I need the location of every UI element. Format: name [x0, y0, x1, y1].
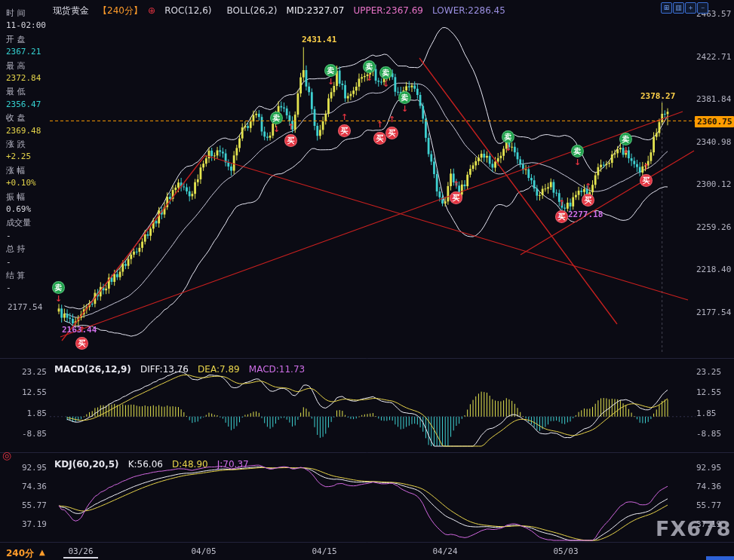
price-axis-label: 2340.98: [696, 137, 731, 147]
buy-signal-marker[interactable]: 买: [450, 191, 462, 204]
refresh-icon[interactable]: ⊕: [148, 5, 155, 16]
sidebar-field-value: +2.25: [6, 151, 31, 161]
price-axis-label: 2177.54: [696, 308, 731, 317]
scrollbar-thumb[interactable]: [706, 556, 734, 560]
sell-signal-marker[interactable]: 卖: [619, 133, 632, 145]
timeframe-label[interactable]: 240分: [6, 547, 34, 560]
sell-signal-marker[interactable]: 卖: [398, 91, 411, 104]
sell-signal-marker[interactable]: 卖: [52, 281, 65, 294]
date-axis-label: 04/05: [187, 546, 220, 556]
price-axis-label: 2381.84: [696, 94, 731, 104]
sell-signal-marker[interactable]: 卖: [379, 66, 392, 79]
signal-arrow-icon: ↓: [622, 145, 629, 155]
locate-icon[interactable]: ◎: [2, 449, 11, 461]
macd-axis-label: 12.55: [696, 387, 721, 397]
signal-arrow-icon: ↑: [287, 122, 294, 132]
signal-arrow-icon: ↓: [327, 77, 334, 87]
sell-signal-marker[interactable]: 卖: [571, 145, 584, 158]
last-price-tag: 2360.75: [695, 116, 734, 127]
price-axis-label: 2300.12: [696, 179, 731, 189]
buy-signal-marker[interactable]: 买: [555, 210, 568, 223]
buy-signal-marker[interactable]: 买: [373, 132, 386, 145]
roc-indicator-label[interactable]: ROC(12,6): [164, 5, 211, 16]
kdj-axis-label: 37.19: [14, 519, 47, 529]
buy-signal-marker[interactable]: 买: [640, 174, 653, 187]
sell-signal-marker[interactable]: 卖: [270, 112, 283, 124]
sidebar-field-value: +0.10%: [6, 178, 36, 188]
sell-signal-marker[interactable]: 卖: [324, 64, 337, 77]
buy-signal-marker[interactable]: 买: [284, 134, 297, 147]
signal-arrow-icon: ↓: [55, 294, 62, 304]
kdj-axis-label: 92.95: [14, 463, 47, 473]
sell-signal-marker[interactable]: 卖: [502, 130, 514, 143]
buy-signal-marker[interactable]: 买: [75, 337, 88, 350]
sidebar-field-label: 总 持: [6, 243, 26, 255]
signal-arrow-icon: ↑: [341, 112, 348, 122]
macd-axis-label: 1.85: [14, 409, 47, 418]
zoom-out-icon[interactable]: －: [697, 2, 708, 14]
macd-axis-label: -8.85: [14, 429, 47, 439]
price-axis-min-label: 2177.54: [8, 302, 42, 312]
grid-layout-icon[interactable]: ⊞: [661, 2, 672, 14]
candle-style-icon[interactable]: ▥: [673, 2, 684, 14]
sidebar-field-label: 成交量: [6, 217, 31, 228]
macd-title[interactable]: MACD(26,12,9): [54, 364, 131, 375]
zoom-in-icon[interactable]: ＋: [685, 2, 696, 14]
sidebar-field-value: 2367.21: [6, 47, 41, 57]
price-annotation: 2431.41: [302, 35, 336, 44]
sidebar-field-label: 涨 跌: [6, 139, 26, 150]
price-annotation: 2378.27: [640, 91, 675, 101]
price-annotation: 2277.18: [568, 210, 603, 219]
price-annotation: 2163.44: [62, 325, 97, 335]
sidebar-field-value: 2369.48: [6, 126, 41, 136]
sidebar-field-label: 最 低: [6, 86, 26, 97]
timeframe-arrow-icon[interactable]: ▲: [39, 548, 45, 556]
kdj-axis-label: 55.77: [696, 500, 721, 510]
macd-header: MACD(26,12,9) DIFF:13.76 DEA:7.89 MACD:1…: [54, 361, 310, 375]
kdj-d-value: D:48.90: [172, 459, 208, 470]
sidebar-field-value: 2372.84: [6, 73, 41, 83]
sell-signal-marker[interactable]: 卖: [363, 60, 376, 73]
chart-header: 现货黄金 【240分】 ⊕ ROC(12,6) BOLL(26,2) MID:2…: [53, 2, 511, 17]
kdj-axis-label: 74.36: [14, 482, 47, 491]
sidebar-field-label: 时 间: [6, 8, 26, 19]
kdj-header: KDJ(60,20,5) K:56.06 D:48.90 J:70.37: [54, 456, 254, 470]
sidebar-field-label: 收 盘: [6, 112, 26, 124]
buy-signal-marker[interactable]: 买: [338, 124, 351, 137]
sidebar-field-value: -: [6, 231, 11, 240]
boll-indicator-label[interactable]: BOLL(26,2): [227, 5, 278, 16]
kdj-axis-label: 55.77: [14, 500, 47, 510]
buy-signal-marker[interactable]: 买: [385, 127, 398, 139]
sidebar-field-value: 11-02:00: [6, 20, 46, 30]
kdj-axis-label: 37.19: [696, 519, 721, 529]
boll-lower-value: LOWER:2286.45: [432, 5, 505, 16]
kdj-title[interactable]: KDJ(60,20,5): [54, 459, 119, 470]
boll-upper-value: UPPER:2367.69: [354, 5, 423, 16]
price-axis-label: 2422.71: [696, 52, 731, 62]
symbol-title: 现货黄金: [53, 5, 89, 16]
buy-signal-marker[interactable]: 买: [582, 194, 594, 207]
macd-axis-label: 23.25: [696, 367, 721, 377]
signal-arrow-icon: ↑: [585, 182, 591, 191]
kdj-k-value: K:56.06: [128, 459, 163, 470]
price-axis-label: 2218.40: [696, 265, 731, 274]
price-axis-label: 2259.26: [696, 222, 731, 232]
macd-diff-value: DIFF:13.76: [140, 364, 189, 375]
date-axis-label: 05/03: [549, 546, 582, 556]
kdj-j-value: J:70.37: [217, 459, 249, 470]
sidebar-field-label: 最 高: [6, 60, 26, 72]
signal-arrow-icon: ↓: [505, 143, 511, 153]
signal-arrow-icon: ↓: [382, 79, 389, 89]
kdj-axis-label: 74.36: [696, 482, 721, 491]
kdj-axis-label: 92.95: [696, 463, 721, 473]
scroll-indicator[interactable]: [63, 557, 98, 558]
sidebar-field-label: 开 盘: [6, 34, 26, 45]
date-axis-label: 04/24: [428, 546, 462, 556]
signal-arrow-icon: ↑: [643, 162, 650, 172]
chart-overlay: 现货黄金 【240分】 ⊕ ROC(12,6) BOLL(26,2) MID:2…: [0, 0, 734, 560]
date-axis-label: 04/15: [308, 546, 341, 556]
period-selector[interactable]: 【240分】: [98, 5, 143, 16]
trading-chart-app: 现货黄金 【240分】 ⊕ ROC(12,6) BOLL(26,2) MID:2…: [0, 0, 734, 560]
macd-axis-label: 23.25: [14, 367, 47, 377]
signal-arrow-icon: ↑: [388, 115, 395, 124]
